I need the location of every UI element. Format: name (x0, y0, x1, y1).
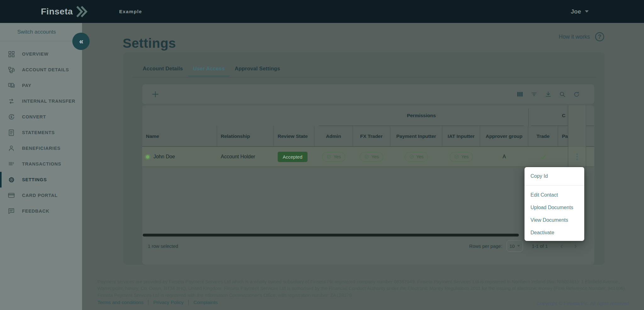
column-header-payment-inputter[interactable]: Payment Inputter (390, 126, 442, 146)
check-circle-icon (326, 154, 331, 159)
footer-link-privacy-policy[interactable]: Privacy Policy (153, 300, 183, 305)
sidebar-item-card-portal[interactable]: CARD PORTAL (0, 188, 82, 203)
permissions-group-header: Permissions (314, 105, 528, 126)
chip-label: Yes (416, 154, 424, 159)
footer-links: Terms and conditionsPrivacy PolicyCompla… (97, 300, 218, 305)
permissions-group-underline (319, 126, 524, 126)
horizontal-scrollbar[interactable] (143, 234, 519, 237)
sidebar-collapse-button[interactable]: « (72, 33, 90, 50)
menu-item-view-documents[interactable]: View Documents (525, 214, 584, 226)
table-toolbar (142, 84, 594, 104)
person-icon (8, 145, 15, 152)
topbar: Finseta Example Joe (0, 0, 644, 23)
table-header-row: NameRelationshipReview StateAdminFX Trad… (142, 126, 594, 147)
sidebar-item-convert[interactable]: $CONVERT (0, 109, 82, 125)
column-header-fx-trader[interactable]: FX Trader (353, 126, 390, 146)
cell-approver-group: A (480, 147, 528, 166)
app-root: Finseta Example Joe Switch accounts OVER… (0, 0, 644, 310)
chevron-left-icon[interactable]: ‹ (555, 242, 569, 250)
column-header-name[interactable]: Name (142, 126, 217, 146)
sidebar-item-settings[interactable]: SETTINGS (0, 172, 82, 188)
user-menu[interactable]: Joe (571, 0, 589, 23)
svg-text:?: ? (598, 34, 602, 40)
page-title: Settings (123, 36, 176, 51)
rows-per-page-label: Rows per page: (469, 243, 502, 249)
svg-text:$: $ (10, 115, 12, 118)
column-header-iat-inputter[interactable]: IAT Inputter (442, 126, 480, 146)
iat-inputter-chip: Yes (450, 152, 473, 162)
copyright-text: Copyright © Finseta Plc. All rights rese… (536, 301, 630, 306)
sidebar-item-beneficiaries[interactable]: BENEFICIARIES (0, 140, 82, 156)
sidebar-item-overview[interactable]: OVERVIEW (0, 46, 82, 62)
second-group-label: C (562, 113, 565, 118)
table-row[interactable]: John DoeAccount HolderAcceptedYesYesYesY… (142, 147, 594, 167)
column-header-review-state[interactable]: Review State (274, 126, 314, 146)
chevron-right-icon[interactable]: › (569, 242, 582, 250)
menu-item-copy-id[interactable]: Copy Id (525, 167, 584, 185)
columns-button[interactable] (515, 90, 525, 99)
rows-selected-label: 1 row selected (148, 243, 178, 249)
question-circle-icon: ? (594, 31, 605, 42)
double-chevron-logo-icon (75, 5, 88, 18)
menu-item-upload-documents[interactable]: Upload Documents (525, 201, 584, 214)
add-user-button[interactable] (151, 90, 160, 99)
status-dot-icon (146, 155, 149, 159)
tab-user-access[interactable]: User Access (188, 60, 230, 77)
permissions-group-label: Permissions (407, 113, 436, 118)
search-icon (559, 91, 566, 98)
menu-item-edit-contact[interactable]: Edit Contact (525, 189, 584, 201)
filter-button[interactable] (529, 90, 539, 99)
row-context-menu: Copy IdEdit ContactUpload DocumentsView … (525, 167, 584, 241)
sidebar-item-transactions[interactable]: TRANSACTIONS (0, 156, 82, 172)
search-button[interactable] (558, 90, 567, 99)
how-it-works-label: How it works (559, 34, 590, 40)
sidebar-item-label: INTERNAL TRANSFER (22, 99, 75, 104)
toolbar-actions (515, 90, 581, 99)
column-header-admin[interactable]: Admin (314, 126, 353, 146)
column-header-relationship[interactable]: Relationship (217, 126, 274, 146)
how-it-works-button[interactable]: How it works ? (559, 31, 605, 42)
check-circle-icon (364, 154, 369, 159)
plus-icon (151, 90, 159, 98)
sidebar-item-label: STATEMENTS (22, 130, 55, 135)
cell-name: John Doe (142, 147, 217, 166)
list-icon (8, 160, 15, 168)
cell-fx-trader: Yes (353, 147, 390, 166)
payment-inputter-chip: Yes (405, 152, 428, 162)
sidebar-item-pay[interactable]: PAY (0, 78, 82, 93)
sidebar-item-label: OVERVIEW (22, 52, 48, 57)
refresh-icon (573, 91, 580, 98)
download-button[interactable] (543, 90, 553, 99)
workspace-label: Example (119, 0, 142, 23)
tabs-divider (132, 77, 596, 78)
brand-name: Finseta (41, 7, 73, 17)
switch-accounts-button[interactable]: Switch accounts (0, 23, 82, 41)
brand-logo[interactable]: Finseta (41, 0, 88, 23)
row-menu-button[interactable] (575, 152, 580, 162)
table-group-header-row: Permissions C (142, 105, 594, 126)
column-header-trade[interactable]: Trade (528, 126, 558, 146)
rows-per-page-select[interactable]: 10 (507, 240, 523, 252)
sidebar-item-internal-transfer[interactable]: INTERNAL TRANSFER (0, 93, 82, 109)
column-header-approver-group[interactable]: Approver group (480, 126, 528, 146)
pagination-range: 1-1 of 1 (532, 243, 548, 249)
menu-item-group: Edit ContactUpload DocumentsView Documen… (525, 186, 584, 239)
footer-link-terms-and-conditions[interactable]: Terms and conditions (97, 300, 143, 305)
tab-account-details[interactable]: Account Details (138, 60, 188, 77)
link-separator (148, 300, 148, 305)
footer-link-complaints[interactable]: Complaints (193, 300, 218, 305)
tab-approval-settings[interactable]: Approval Settings (230, 60, 285, 77)
sidebar-item-statements[interactable]: STATEMENTS (0, 125, 82, 140)
menu-item-deactivate[interactable]: Deactivate (525, 226, 584, 239)
chip-label: Yes (334, 154, 341, 159)
grid-icon (8, 51, 15, 58)
sidebar-item-account-details[interactable]: ACCOUNT DETAILS (0, 62, 82, 78)
columns-icon (516, 91, 524, 98)
fx-trader-chip: Yes (360, 152, 383, 162)
convert-icon: $ (8, 113, 15, 121)
refresh-button[interactable] (572, 90, 581, 99)
caret-down-icon (585, 10, 589, 13)
tab-bar: Account DetailsUser AccessApproval Setti… (138, 60, 285, 77)
banknote-icon (8, 82, 15, 89)
sidebar-item-feedback[interactable]: FEEDBACK (0, 203, 82, 219)
